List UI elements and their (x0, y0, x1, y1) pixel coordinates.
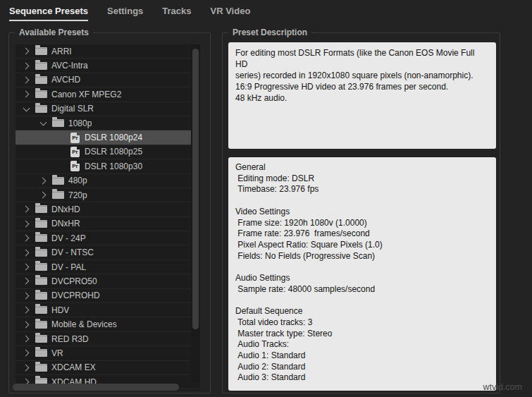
tab-sequence-presets[interactable]: Sequence Presets (9, 6, 88, 21)
tree-item[interactable]: RED R3D (16, 332, 199, 346)
preset-details-text: General Editing mode: DSLR Timebase: 23.… (228, 157, 496, 391)
tree-item[interactable]: DV - 24P (16, 231, 199, 245)
chevron-right-icon[interactable] (21, 305, 31, 315)
chevron-right-icon[interactable] (21, 90, 31, 99)
folder-icon (35, 349, 47, 357)
tree-item[interactable]: 480p (16, 174, 199, 188)
tree-item-label: DV - 24P (51, 233, 86, 243)
tree-item-label: DV - NTSC (51, 248, 94, 257)
chevron-right-icon[interactable] (21, 319, 31, 329)
premiere-preset-icon: Pr (70, 133, 80, 143)
chevron-right-icon[interactable] (21, 248, 31, 257)
tree-item-label: RED R3D (51, 334, 89, 344)
tab-vr-video[interactable]: VR Video (211, 6, 251, 20)
horizontal-scrollbar-thumb[interactable] (13, 384, 179, 391)
tree-item-label: 1080p (68, 118, 92, 128)
tree-item[interactable]: DV - PAL (16, 260, 199, 274)
tree-item-label: AVC-Intra (51, 61, 88, 71)
tree-item-label: DV - PAL (51, 262, 86, 272)
tree-item[interactable]: ARRI (16, 44, 199, 59)
chevron-right-icon[interactable] (21, 334, 31, 344)
chevron-right-icon[interactable] (21, 204, 31, 214)
tab-label: Sequence Presets (9, 6, 88, 21)
tree-item-label: 480p (68, 176, 87, 185)
chevron-right-icon[interactable] (21, 362, 31, 372)
folder-icon (52, 191, 64, 199)
chevron-right-icon[interactable] (21, 262, 31, 272)
tree-item-label: DSLR 1080p24 (85, 133, 142, 142)
folder-icon (35, 47, 47, 55)
vertical-scrollbar-thumb[interactable] (192, 49, 199, 329)
tree-item[interactable]: DNxHR (16, 217, 199, 231)
tree-item-label: Mobile & Devices (51, 319, 117, 329)
tree-item-label: 720p (68, 190, 87, 200)
folder-icon (35, 277, 47, 285)
tree-item[interactable]: XDCAM EX (16, 361, 199, 375)
tree-item[interactable]: HDV (16, 303, 199, 317)
tree-item-label: Digital SLR (51, 104, 94, 114)
tree-item[interactable]: VR (16, 346, 199, 360)
tree-item[interactable]: PrDSLR 1080p25 (16, 145, 199, 159)
tree-item-label: DNxHR (51, 219, 80, 228)
tree-item[interactable]: 720p (16, 188, 199, 202)
premiere-preset-icon: Pr (70, 161, 80, 171)
folder-icon (35, 220, 47, 228)
chevron-down-icon[interactable] (21, 104, 31, 114)
available-presets-title: Available Presets (15, 28, 93, 37)
tab-tracks[interactable]: Tracks (162, 6, 191, 20)
folder-icon (35, 90, 47, 98)
tree-item-label: ARRI (51, 47, 72, 56)
folder-icon (35, 364, 47, 372)
chevron-right-icon[interactable] (21, 348, 31, 358)
tree-item-label: DNxHD (51, 204, 80, 214)
tree-item[interactable]: DVCPRO50 (16, 274, 199, 288)
tree-item-label: XDCAM EX (51, 362, 96, 372)
tab-label: VR Video (211, 6, 251, 20)
tree-item-label: DVCPROHD (51, 291, 100, 300)
tree-item[interactable]: Digital SLR (16, 102, 199, 116)
chevron-right-icon[interactable] (21, 276, 31, 286)
available-presets-group: Available Presets ARRIAVC-IntraAVCHDCano… (8, 32, 211, 393)
tree-item[interactable]: AVCHD (16, 73, 199, 87)
tree-item[interactable]: PrDSLR 1080p30 (16, 159, 199, 173)
folder-icon (35, 335, 47, 343)
tree-item[interactable]: Canon XF MPEG2 (16, 87, 199, 102)
tree-item-label: VR (51, 348, 63, 358)
chevron-right-icon[interactable] (38, 176, 48, 185)
chevron-right-icon[interactable] (21, 61, 31, 71)
folder-icon (35, 234, 47, 242)
tree-item[interactable]: Mobile & Devices (16, 317, 199, 331)
tree-item[interactable]: AVC-Intra (16, 59, 199, 73)
chevron-right-icon[interactable] (38, 190, 48, 200)
folder-icon (52, 119, 64, 127)
folder-icon (52, 177, 64, 185)
tree-vertical-scrollbar[interactable] (191, 44, 200, 383)
premiere-preset-icon: Pr (70, 147, 80, 157)
chevron-right-icon[interactable] (21, 47, 31, 56)
chevron-right-icon[interactable] (21, 291, 31, 300)
chevron-down-icon[interactable] (38, 118, 48, 128)
preset-description-title: Preset Description (228, 28, 311, 37)
folder-icon (35, 205, 47, 213)
chevron-right-icon[interactable] (21, 75, 31, 85)
tree-item-label: AVCHD (51, 75, 80, 85)
tree-item[interactable]: DNxHD (16, 202, 199, 216)
tree-item[interactable]: DVCPROHD (16, 289, 199, 303)
folder-icon (35, 62, 47, 70)
chevron-right-icon[interactable] (21, 233, 31, 243)
preset-summary-text: For editing most DSLR Formats (like the … (228, 42, 496, 149)
chevron-right-icon[interactable] (21, 219, 31, 228)
presets-tree: ARRIAVC-IntraAVCHDCanon XF MPEG2Digital … (16, 44, 199, 391)
tree-item[interactable]: DV - NTSC (16, 245, 199, 259)
tree-item-label: HDV (51, 305, 69, 315)
tree-item[interactable]: 1080p (16, 116, 199, 130)
folder-icon (35, 306, 47, 314)
tab-settings[interactable]: Settings (107, 6, 143, 20)
tree-item[interactable]: PrDSLR 1080p24 (16, 130, 199, 145)
dialog-tab-bar: Sequence Presets Settings Tracks VR Vide… (0, 0, 532, 23)
folder-icon (35, 249, 47, 257)
watermark: wtvid.com (483, 382, 522, 392)
tree-horizontal-scrollbar[interactable] (13, 384, 209, 391)
tree-item-label: DSLR 1080p30 (85, 161, 142, 171)
tab-label: Tracks (162, 6, 191, 20)
